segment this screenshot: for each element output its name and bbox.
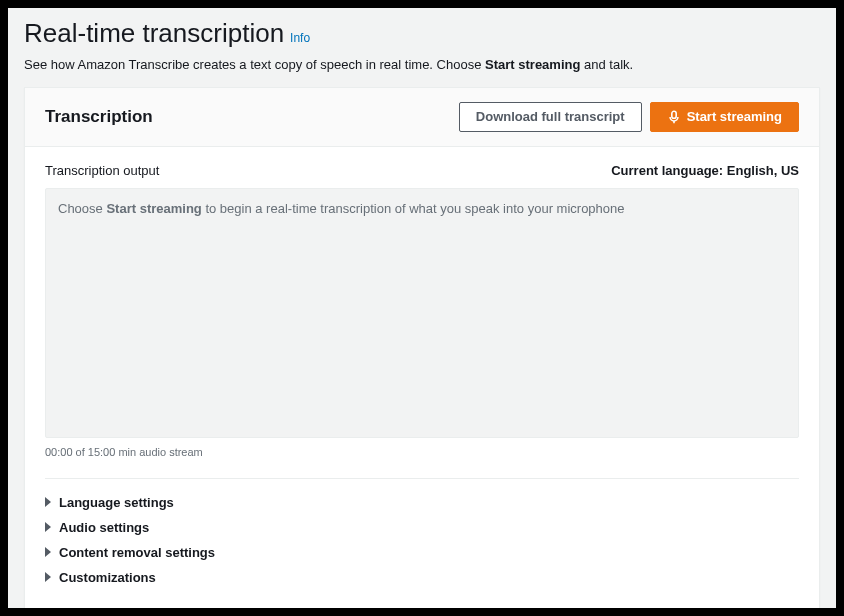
setting-label: Customizations [59, 570, 156, 585]
setting-customizations[interactable]: Customizations [45, 565, 799, 590]
caret-right-icon [45, 497, 51, 507]
setting-content-removal[interactable]: Content removal settings [45, 540, 799, 565]
page-title: Real-time transcription [24, 18, 284, 49]
output-header: Transcription output Current language: E… [45, 163, 799, 178]
setting-language[interactable]: Language settings [45, 479, 799, 515]
placeholder-pre: Choose [58, 201, 106, 216]
transcription-output-box: Choose Start streaming to begin a real-t… [45, 188, 799, 438]
current-language-label: Current language: English, US [611, 163, 799, 178]
app-frame: Real-time transcription Info See how Ama… [8, 8, 836, 608]
info-link[interactable]: Info [290, 31, 310, 45]
caret-right-icon [45, 547, 51, 557]
microphone-icon [667, 110, 681, 124]
download-button-label: Download full transcript [476, 110, 625, 123]
setting-label: Content removal settings [59, 545, 215, 560]
download-transcript-button[interactable]: Download full transcript [459, 102, 642, 132]
setting-label: Audio settings [59, 520, 149, 535]
start-streaming-button[interactable]: Start streaming [650, 102, 799, 132]
setting-audio[interactable]: Audio settings [45, 515, 799, 540]
page-desc-pre: See how Amazon Transcribe creates a text… [24, 57, 485, 72]
page-header: Real-time transcription Info See how Ama… [8, 8, 836, 87]
panel-title: Transcription [45, 107, 153, 127]
svg-rect-0 [671, 111, 675, 118]
settings-list: Language settings Audio settings Content… [45, 478, 799, 590]
stream-time-status: 00:00 of 15:00 min audio stream [45, 446, 799, 458]
transcription-panel: Transcription Download full transcript S… [24, 87, 820, 609]
start-button-label: Start streaming [687, 110, 782, 123]
button-row: Download full transcript Start streaming [459, 102, 799, 132]
setting-label: Language settings [59, 495, 174, 510]
page-desc-post: and talk. [580, 57, 633, 72]
panel-header: Transcription Download full transcript S… [25, 88, 819, 147]
output-label: Transcription output [45, 163, 159, 178]
placeholder-post: to begin a real-time transcription of wh… [202, 201, 625, 216]
page-desc-bold: Start streaming [485, 57, 580, 72]
page-description: See how Amazon Transcribe creates a text… [24, 55, 820, 75]
placeholder-bold: Start streaming [106, 201, 201, 216]
caret-right-icon [45, 522, 51, 532]
page-title-row: Real-time transcription Info [24, 18, 820, 49]
caret-right-icon [45, 572, 51, 582]
panel-body: Transcription output Current language: E… [25, 147, 819, 609]
